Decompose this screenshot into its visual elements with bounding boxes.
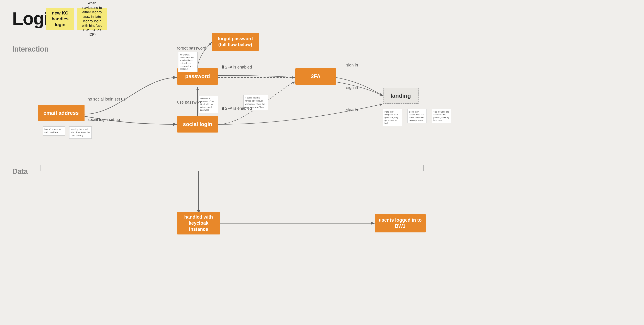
note-password-reminder: we show a reminder of the email address … [178,52,198,72]
label-2fa-enabled-1: if 2FA is enabled [222,65,252,70]
label-use-password: use password [177,100,202,105]
label-no-social: no social login set up [88,97,126,102]
sticky-note-kc: new KC handles login [46,8,74,30]
section-data-label: Data [12,167,28,176]
label-forgot: forgot password [177,46,206,51]
note-landing-2: else if they access BW1 and BWO, they ne… [407,109,427,123]
2fa-box[interactable]: 2FA [295,68,336,85]
logged-in-box[interactable]: user is logged in to BW1 [375,214,426,232]
note-landing-3: else the user has access to one product,… [432,109,451,123]
email-address-box[interactable]: email address [38,105,84,121]
sticky-note-legacy: when navigating to either legacy app, in… [78,8,107,30]
flow-diagram-arrows [0,0,644,325]
note-landing-1: if the user navigates as a guest link, t… [383,109,402,126]
social-login-box[interactable]: social login [177,116,218,133]
landing-box[interactable]: landing [383,88,418,104]
label-sign-in-2: sign in [346,85,358,90]
label-2fa-enabled-2: if 2FA is enabled [222,106,252,111]
label-sign-in-1: sign in [346,63,358,68]
label-sign-in-3: sign in [346,108,358,112]
note-remember-me: has a 'remember me' checkbox [43,126,65,136]
section-interaction-label: Interaction [12,45,49,54]
label-social: social login set up [88,117,120,122]
forgot-password-box[interactable]: forgot password (full flow below) [212,33,259,51]
note-skip-email: we skip the email step if we know the us… [69,126,92,139]
keycloak-box[interactable]: handled with keycloak instance [177,212,220,234]
